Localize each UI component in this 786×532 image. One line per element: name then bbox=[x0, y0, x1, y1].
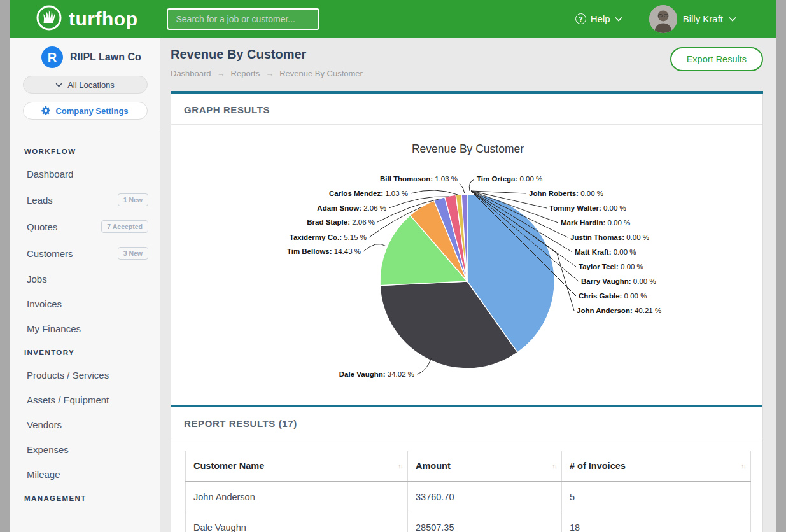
breadcrumb-arrow-icon: → bbox=[265, 69, 274, 78]
breadcrumb-dashboard[interactable]: Dashboard bbox=[171, 69, 211, 78]
sidebar-item-assets-equipment[interactable]: Assets / Equipment bbox=[10, 388, 160, 412]
sidebar-item-label: Dashboard bbox=[27, 169, 73, 179]
sidebar-item-dashboard[interactable]: Dashboard bbox=[10, 162, 160, 186]
gear-icon bbox=[41, 106, 50, 115]
table-row[interactable]: Dale Vaughn28507.3518 bbox=[186, 512, 751, 532]
column-header-customer-name[interactable]: Customer Name ↑↓ bbox=[186, 451, 408, 482]
sidebar-item-products-services[interactable]: Products / Services bbox=[10, 363, 160, 388]
revenue-pie-chart: Revenue By CustomerBill Thomason: 1.03 %… bbox=[171, 125, 764, 402]
table-cell: Dale Vaughn bbox=[186, 512, 408, 532]
pie-label-mark-hardin: Mark Hardin: 0.00 % bbox=[561, 219, 630, 227]
breadcrumb-arrow-icon: → bbox=[217, 69, 225, 78]
company-logo: R bbox=[41, 46, 63, 68]
pie-label-chris-gable: Chris Gable: 0.00 % bbox=[579, 292, 647, 300]
sidebar-item-badge: 3 New bbox=[118, 247, 148, 260]
pie-label-bill-thomason: Bill Thomason: 1.03 % bbox=[380, 175, 458, 183]
sidebar-item-quotes[interactable]: Quotes7 Accepted bbox=[10, 213, 160, 240]
sidebar-item-label: My Finances bbox=[27, 323, 81, 334]
table-cell: John Anderson bbox=[186, 482, 408, 512]
pie-label-brad-staple: Brad Staple: 2.06 % bbox=[307, 218, 375, 226]
sort-icon[interactable]: ↑↓ bbox=[552, 462, 556, 470]
table-cell: 5 bbox=[562, 482, 751, 512]
global-search-input[interactable] bbox=[167, 8, 319, 30]
breadcrumb-reports[interactable]: Reports bbox=[231, 69, 260, 78]
graph-results-card: GRAPH RESULTS Revenue By CustomerBill Th… bbox=[171, 92, 763, 406]
company-settings-button[interactable]: Company Settings bbox=[23, 102, 148, 120]
pie-label-taylor-teel: Taylor Teel: 0.00 % bbox=[579, 263, 643, 270]
sidebar-item-mileage[interactable]: Mileage bbox=[10, 462, 160, 487]
export-results-button[interactable]: Export Results bbox=[670, 47, 763, 71]
sidebar-item-label: Invoices bbox=[27, 298, 62, 309]
report-table-body: John Anderson33760.705Dale Vaughn28507.3… bbox=[186, 482, 751, 532]
sort-icon[interactable]: ↑↓ bbox=[741, 462, 745, 470]
pie-label-adam-snow: Adam Snow: 2.06 % bbox=[317, 204, 386, 212]
table-cell: 28507.35 bbox=[408, 512, 562, 532]
pie-label-justin-thomas: Justin Thomas: 0.00 % bbox=[570, 234, 649, 241]
sidebar-item-label: Vendors bbox=[27, 419, 62, 430]
chevron-down-icon bbox=[615, 17, 622, 22]
pie-label-carlos-mendez: Carlos Mendez: 1.03 % bbox=[329, 190, 408, 197]
pie-label-john-anderson: John Anderson: 40.21 % bbox=[577, 307, 661, 314]
page-gutter-left bbox=[0, 0, 10, 532]
table-header-row: Customer Name ↑↓ Amount ↑↓ # of Invoices… bbox=[186, 451, 751, 482]
column-header-amount[interactable]: Amount ↑↓ bbox=[408, 451, 562, 482]
pie-label-dale-vaughn: Dale Vaughn: 34.02 % bbox=[339, 370, 414, 378]
sidebar-item-badge: 1 New bbox=[118, 193, 148, 206]
pie-callout-line bbox=[460, 183, 465, 193]
graph-results-title: GRAPH RESULTS bbox=[171, 94, 762, 125]
help-label: Help bbox=[591, 13, 610, 24]
location-selector-label: All Locations bbox=[67, 80, 115, 90]
table-row[interactable]: John Anderson33760.705 bbox=[186, 482, 751, 512]
sidebar-item-leads[interactable]: Leads1 New bbox=[10, 186, 160, 213]
pie-label-taxidermy-co-: Taxidermy Co.: 5.15 % bbox=[290, 234, 367, 241]
nav-section-title: INVENTORY bbox=[10, 349, 160, 356]
company-settings-label: Company Settings bbox=[55, 106, 128, 116]
pie-callout-line bbox=[469, 179, 474, 191]
sidebar-item-label: Products / Services bbox=[27, 370, 109, 381]
breadcrumb: Dashboard → Reports → Revenue By Custome… bbox=[171, 69, 763, 78]
sidebar-item-expenses[interactable]: Expenses bbox=[10, 437, 160, 462]
sidebar-item-invoices[interactable]: Invoices bbox=[10, 291, 160, 316]
sidebar: R RIIPL Lawn Co All Locations Company Se… bbox=[10, 38, 160, 532]
pie-label-john-roberts: John Roberts: 0.00 % bbox=[529, 190, 603, 197]
brand-name: turfhop bbox=[69, 8, 137, 30]
sidebar-item-label: Jobs bbox=[27, 274, 47, 284]
avatar bbox=[649, 5, 677, 33]
help-menu[interactable]: ? Help bbox=[575, 13, 622, 24]
sidebar-item-label: Quotes bbox=[27, 221, 57, 232]
sidebar-nav: WORKFLOWDashboardLeads1 NewQuotes7 Accep… bbox=[10, 132, 160, 502]
pie-label-tommy-walter: Tommy Walter: 0.00 % bbox=[549, 204, 626, 212]
nav-section-title: WORKFLOW bbox=[10, 148, 160, 155]
report-table: Customer Name ↑↓ Amount ↑↓ # of Invoices… bbox=[185, 451, 751, 532]
report-results-title: REPORT RESULTS (17) bbox=[171, 407, 762, 438]
chevron-down-icon bbox=[55, 83, 62, 87]
sidebar-item-jobs[interactable]: Jobs bbox=[10, 267, 160, 291]
location-selector[interactable]: All Locations bbox=[23, 76, 148, 94]
pie-label-tim-bellows: Tim Bellows: 14.43 % bbox=[287, 248, 361, 255]
pie-callout-line bbox=[363, 244, 386, 251]
table-cell: 18 bbox=[562, 512, 751, 532]
chevron-down-icon bbox=[729, 17, 736, 22]
user-menu[interactable]: Billy Kraft bbox=[649, 5, 736, 33]
column-header-invoices[interactable]: # of Invoices ↑↓ bbox=[562, 451, 751, 482]
brand-logo[interactable]: turfhop bbox=[36, 4, 137, 34]
sidebar-item-label: Mileage bbox=[27, 469, 60, 480]
chart-title: Revenue By Customer bbox=[412, 143, 524, 155]
page-header: Revenue By Customer Dashboard → Reports … bbox=[160, 38, 776, 92]
sidebar-item-label: Assets / Equipment bbox=[27, 395, 109, 405]
sort-icon[interactable]: ↑↓ bbox=[398, 462, 402, 470]
company-header: R RIIPL Lawn Co bbox=[10, 38, 160, 68]
company-name: RIIPL Lawn Co bbox=[70, 52, 141, 63]
sidebar-item-vendors[interactable]: Vendors bbox=[10, 412, 160, 437]
sidebar-item-my-finances[interactable]: My Finances bbox=[10, 316, 160, 341]
sidebar-item-customers[interactable]: Customers3 New bbox=[10, 240, 160, 267]
nav-section-title: MANAGEMENT bbox=[10, 494, 160, 502]
pie-label-tim-ortega: Tim Ortega: 0.00 % bbox=[477, 175, 542, 183]
breadcrumb-current: Revenue By Customer bbox=[279, 69, 363, 78]
help-icon: ? bbox=[575, 13, 586, 24]
report-results-card: REPORT RESULTS (17) Customer Name ↑↓ Amo… bbox=[171, 405, 763, 532]
pie-label-matt-kraft: Matt Kraft: 0.00 % bbox=[575, 248, 636, 256]
top-header-bar: turfhop ? Help Billy Kraft bbox=[10, 0, 776, 38]
pie-callout-line bbox=[411, 190, 458, 195]
sidebar-item-label: Leads bbox=[27, 195, 53, 206]
